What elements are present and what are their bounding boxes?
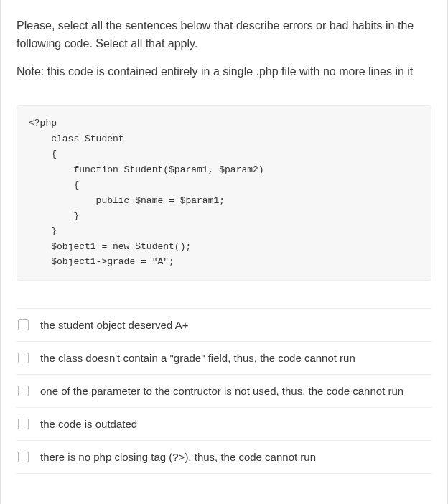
question-prompt: Please, select all the sentences below t… xyxy=(17,17,431,80)
question-paragraph-1: Please, select all the sentences below t… xyxy=(17,17,431,53)
option-label: the code is outdated xyxy=(40,416,137,431)
option-row[interactable]: the class doesn't contain a "grade" fiel… xyxy=(17,342,431,375)
options-list: the student object deserved A+ the class… xyxy=(17,308,431,474)
option-label: one of the parameter to the contructor i… xyxy=(40,383,403,398)
option-row[interactable]: there is no php closing tag (?>), thus, … xyxy=(17,441,431,474)
option-checkbox-4[interactable] xyxy=(18,419,29,429)
option-label: the student object deserved A+ xyxy=(40,317,188,332)
question-paragraph-2: Note: this code is contained entirely in… xyxy=(17,63,431,81)
option-row[interactable]: the code is outdated xyxy=(17,408,431,441)
option-checkbox-3[interactable] xyxy=(18,386,29,396)
option-checkbox-2[interactable] xyxy=(18,353,29,363)
option-label: the class doesn't contain a "grade" fiel… xyxy=(40,350,355,365)
option-label: there is no php closing tag (?>), thus, … xyxy=(40,449,316,465)
option-row[interactable]: one of the parameter to the contructor i… xyxy=(17,375,431,408)
option-row[interactable]: the student object deserved A+ xyxy=(17,308,431,342)
code-block: <?php class Student { function Student($… xyxy=(17,105,431,280)
option-checkbox-5[interactable] xyxy=(18,452,29,462)
option-checkbox-1[interactable] xyxy=(18,319,29,330)
question-container: Please, select all the sentences below t… xyxy=(0,0,448,504)
